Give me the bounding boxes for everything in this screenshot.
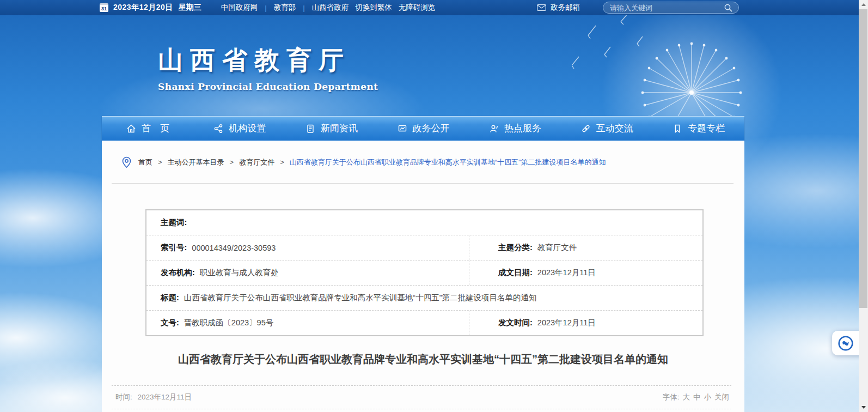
topics-icon [672,123,683,134]
envelope-icon [537,4,546,11]
current-date: 2023年12月20日 [113,3,173,13]
link-shanxi-gov[interactable]: 山西省政府 [312,3,349,13]
link-ministry-education[interactable]: 教育部 [274,3,296,13]
nav-item-news[interactable]: 新闻资讯 [285,116,377,141]
doc-number-value: 晋教职成函〔2023〕95号 [184,318,273,328]
font-size-controls: 字体: 大 中 小 关闭 [659,392,731,402]
font-size-small[interactable]: 小 [704,392,712,402]
publisher-label: 发布机构: [161,268,195,278]
font-size-large[interactable]: 大 [683,392,690,402]
nav-label: 专题专栏 [688,122,725,135]
nav-item-disclosure[interactable]: 政务公开 [377,116,469,141]
article-meta-bar: 时间: 2023年12月11日 字体: 大 中 小 关闭 [112,385,731,409]
traditional-chinese-toggle[interactable]: 切换到繁体 [355,3,392,13]
nav-label: 机构设置 [229,122,266,135]
publisher-value: 职业教育与成人教育处 [200,268,279,278]
vertical-scrollbar[interactable] [859,0,868,412]
publish-date-label: 发文时间: [498,318,533,328]
close-button[interactable]: 关闭 [714,392,729,402]
disclosure-icon [397,123,408,134]
site-name-cn: 山西省教育厅 [158,44,378,77]
time-value: 2023年12月11日 [138,393,192,401]
service-icon [488,123,499,134]
location-pin-icon [121,156,132,168]
breadcrumb-home[interactable]: 首页 [138,157,152,167]
index-number-value: 000014349/2023-30593 [192,244,276,252]
subject-label: 主题词: [161,217,187,228]
breadcrumb-catalog[interactable]: 主动公开基本目录 [168,157,224,167]
category-label: 主题分类: [498,243,533,253]
index-number-label: 索引号: [161,243,187,253]
gov-mail-label: 政务邮箱 [551,3,580,13]
font-label: 字体: [663,392,680,402]
doc-number-label: 文号: [161,318,179,328]
main-navigation: 首 页 机构设置 新闻资讯 [102,116,744,141]
search-icon[interactable] [724,3,733,13]
share-flag-icon [838,335,854,352]
site-name-en: Shanxi Provincial Education Department [158,81,378,92]
content-panel: 首页 > 主动公开基本目录 > 教育厅文件 > 山西省教育厅关于公布山西省职业教… [102,141,744,412]
top-links: 中国政府网 | 教育部 | 山西省政府 切换到繁体 无障碍浏览 [221,3,436,13]
written-date-value: 2023年12月11日 [537,268,596,278]
category-value: 教育厅文件 [537,243,577,253]
nav-item-organization[interactable]: 机构设置 [194,116,286,141]
nav-label: 互动交流 [596,122,633,135]
nav-label: 首 页 [142,122,169,135]
accessibility-link[interactable]: 无障碍浏览 [399,3,436,13]
table-row: 主题词: [146,210,702,235]
calendar-icon: 31 [100,3,108,12]
current-weekday: 星期三 [179,3,201,13]
main-column: 首 页 机构设置 新闻资讯 [102,116,744,412]
topbar-right: 政务邮箱 [537,2,739,14]
table-row: 标题: 山西省教育厅关于公布山西省职业教育品牌专业和高水平实训基地“十四五”第二… [146,285,702,310]
document-meta-table: 主题词: 索引号: 000014349/2023-30593 主题分类: 教育厅… [145,209,704,336]
nav-label: 热点服务 [504,122,541,135]
nav-item-interaction[interactable]: 互动交流 [561,116,653,141]
article-time: 时间: 2023年12月11日 [112,392,192,402]
top-utility-bar: 31 2023年12月20日 星期三 中国政府网 | 教育部 | 山西省政府 切… [0,0,859,15]
breadcrumb: 首页 > 主动公开基本目录 > 教育厅文件 > 山西省教育厅关于公布山西省职业教… [102,141,744,167]
doc-title-value: 山西省教育厅关于公布山西省职业教育品牌专业和高水平实训基地“十四五”第二批建设项… [184,293,537,303]
table-row: 索引号: 000014349/2023-30593 主题分类: 教育厅文件 [146,235,702,260]
doc-title-label: 标题: [161,293,179,303]
site-search [603,2,739,14]
scroll-up-arrow-icon[interactable] [859,0,868,9]
breadcrumb-documents[interactable]: 教育厅文件 [239,157,274,167]
table-row: 发布机构: 职业教育与成人教育处 成文日期: 2023年12月11日 [146,260,702,285]
news-icon [305,123,316,134]
breadcrumb-current[interactable]: 山西省教育厅关于公布山西省职业教育品牌专业和高水平实训基地“十四五”第二批建设项… [290,157,606,167]
breadcrumb-separator: > [280,158,284,166]
nav-item-topics[interactable]: 专题专栏 [652,116,744,141]
page: 31 2023年12月20日 星期三 中国政府网 | 教育部 | 山西省政府 切… [0,0,868,412]
nav-label: 新闻资讯 [321,122,358,135]
breadcrumb-separator: > [158,158,162,166]
table-row: 文号: 晋教职成函〔2023〕95号 发文时间: 2023年12月11日 [146,310,702,335]
nav-item-home[interactable]: 首 页 [102,116,194,141]
link-separator: | [265,4,267,12]
article-title: 山西省教育厅关于公布山西省职业教育品牌专业和高水平实训基地“十四五”第二批建设项… [102,352,744,367]
gov-mail-link[interactable]: 政务邮箱 [537,3,580,13]
nav-item-services[interactable]: 热点服务 [469,116,561,141]
written-date-label: 成文日期: [498,268,533,278]
link-separator: | [303,4,305,12]
nav-label: 政务公开 [413,122,450,135]
scrollbar-thumb[interactable] [859,9,867,308]
breadcrumb-divider [112,183,733,184]
font-size-medium[interactable]: 中 [693,392,701,402]
site-logo[interactable]: 山西省教育厅 Shanxi Provincial Education Depar… [158,44,378,92]
org-icon [213,123,224,134]
search-input[interactable] [609,3,724,13]
time-label: 时间: [115,393,132,401]
publish-date-value: 2023年12月11日 [537,318,596,328]
interact-icon [580,123,591,134]
scroll-down-arrow-icon[interactable] [859,403,868,412]
link-gov-china[interactable]: 中国政府网 [221,3,258,13]
breadcrumb-separator: > [230,158,234,166]
home-icon [126,123,137,134]
date-block: 31 2023年12月20日 星期三 [100,3,201,13]
